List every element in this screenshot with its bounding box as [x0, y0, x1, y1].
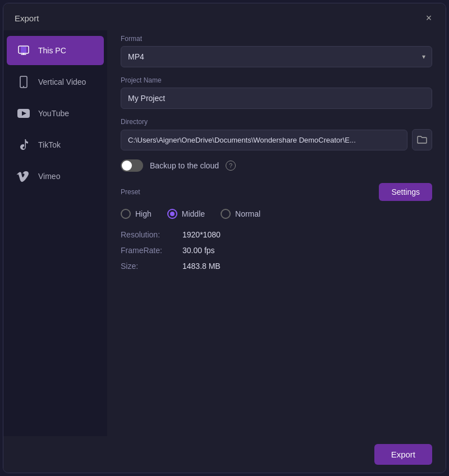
size-value: 1483.8 MB [182, 262, 221, 271]
vertical-video-icon [16, 74, 31, 90]
format-select[interactable]: MP4 MOV AVI WMV [121, 46, 432, 67]
preset-normal[interactable]: Normal [221, 209, 260, 219]
browse-folder-button[interactable] [412, 129, 432, 150]
close-button[interactable]: × [423, 12, 434, 24]
directory-row: C:\Users\Aigner\OneDrive\Documents\Wonde… [121, 129, 432, 150]
radio-middle-circle [167, 209, 177, 219]
sidebar-label-youtube: YouTube [38, 109, 69, 118]
directory-label: Directory [121, 118, 432, 126]
svg-point-3 [23, 86, 24, 87]
resolution-key: Resolution: [121, 230, 182, 239]
format-label: Format [121, 35, 432, 43]
dialog-title: Export [15, 13, 39, 23]
content-area: This PC Vertical Video [3, 30, 446, 436]
size-key: Size: [121, 262, 182, 271]
framerate-row: FrameRate: 30.00 fps [121, 246, 432, 255]
settings-button[interactable]: Settings [379, 183, 432, 201]
svg-rect-1 [21, 47, 26, 53]
tiktok-icon [16, 137, 31, 153]
directory-group: Directory C:\Users\Aigner\OneDrive\Docum… [121, 118, 432, 150]
preset-radio-group: High Middle Normal [121, 209, 432, 219]
help-icon[interactable]: ? [226, 161, 236, 171]
youtube-icon [16, 106, 31, 121]
preset-label: Preset [121, 188, 140, 196]
this-pc-icon [16, 43, 31, 58]
framerate-key: FrameRate: [121, 246, 182, 255]
backup-row: Backup to the cloud ? [121, 159, 432, 172]
sidebar: This PC Vertical Video [3, 30, 107, 436]
framerate-value: 30.00 fps [182, 246, 215, 255]
folder-icon [417, 135, 427, 144]
directory-input[interactable]: C:\Users\Aigner\OneDrive\Documents\Wonde… [121, 130, 407, 150]
preset-high[interactable]: High [121, 209, 152, 219]
radio-high-label: High [135, 209, 152, 218]
radio-high-circle [121, 209, 131, 219]
sidebar-item-this-pc[interactable]: This PC [7, 36, 104, 65]
project-name-input[interactable] [121, 88, 432, 109]
sidebar-item-vertical-video[interactable]: Vertical Video [7, 67, 104, 97]
sidebar-item-tiktok[interactable]: TikTok [7, 130, 104, 159]
size-row: Size: 1483.8 MB [121, 262, 432, 271]
radio-normal-circle [221, 209, 231, 219]
radio-normal-label: Normal [235, 209, 260, 218]
bottom-bar: Export [3, 436, 446, 473]
export-dialog: Export × This PC [3, 3, 446, 473]
sidebar-label-this-pc: This PC [38, 46, 66, 55]
preset-middle[interactable]: Middle [167, 209, 205, 219]
sidebar-label-vertical-video: Vertical Video [38, 77, 86, 86]
sidebar-label-tiktok: TikTok [38, 140, 61, 149]
format-select-wrapper: MP4 MOV AVI WMV ▾ [121, 46, 432, 67]
export-button[interactable]: Export [374, 444, 432, 465]
sidebar-label-vimeo: Vimeo [38, 172, 60, 181]
resolution-row: Resolution: 1920*1080 [121, 230, 432, 239]
radio-middle-label: Middle [182, 209, 205, 218]
sidebar-item-youtube[interactable]: YouTube [7, 99, 104, 128]
vimeo-icon [16, 168, 31, 184]
project-name-label: Project Name [121, 76, 432, 84]
backup-label: Backup to the cloud [150, 161, 219, 170]
title-bar: Export × [3, 3, 446, 30]
sidebar-item-vimeo[interactable]: Vimeo [7, 162, 104, 191]
resolution-value: 1920*1080 [182, 230, 221, 239]
format-group: Format MP4 MOV AVI WMV ▾ [121, 35, 432, 67]
main-panel: Format MP4 MOV AVI WMV ▾ Project Name [107, 30, 446, 436]
project-name-group: Project Name [121, 76, 432, 109]
info-rows: Resolution: 1920*1080 FrameRate: 30.00 f… [121, 230, 432, 271]
toggle-knob [122, 161, 132, 171]
preset-header: Preset Settings [121, 183, 432, 201]
backup-toggle[interactable] [121, 159, 143, 172]
